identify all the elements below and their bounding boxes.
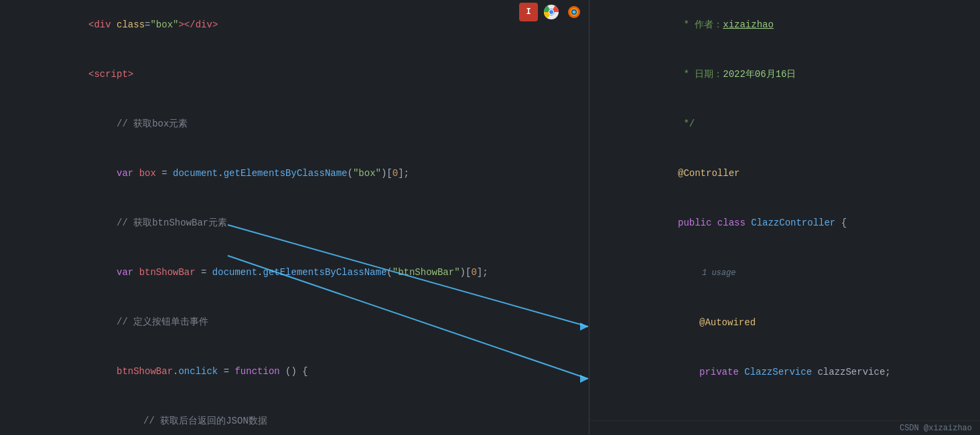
- intellij-icon: I: [519, 3, 538, 21]
- code-line: <div class="box"></div>: [0, 0, 589, 50]
- line-number: [589, 199, 616, 200]
- code-line: <script>: [0, 50, 589, 99]
- line-number: [0, 347, 27, 349]
- line-number: [589, 348, 616, 349]
- code-line: btnShowBar.onclick = function () {: [0, 347, 589, 396]
- left-code-area: <div class="box"></div> <script> // 获取bo…: [0, 0, 589, 435]
- line-content: <script>: [27, 50, 589, 98]
- code-line: [589, 397, 980, 414]
- line-number: [589, 298, 616, 300]
- line-number: [589, 149, 616, 151]
- line-number: [589, 415, 616, 416]
- toolbar-icons: I: [519, 3, 583, 21]
- line-content: */: [616, 100, 980, 148]
- line-number: [589, 50, 616, 52]
- code-line: @Autowired: [589, 298, 980, 347]
- line-content: var box = document.getElementsByClassNam…: [27, 149, 589, 197]
- svg-point-7: [573, 11, 576, 14]
- right-code-area: * 作者：xizaizhao * 日期：2022年06月16日 */: [589, 0, 980, 435]
- line-number: [0, 1, 27, 2]
- code-line: // 获取btnShowBar元素: [0, 198, 589, 248]
- line-number: [0, 100, 27, 101]
- line-content: public class ClazzController {: [616, 199, 980, 247]
- line-content: // 定义按钮单击事件: [27, 298, 589, 346]
- code-line: // 定义按钮单击事件: [0, 297, 589, 347]
- line-number: [0, 248, 27, 250]
- line-content: 1 usage: [616, 248, 980, 297]
- line-content: <div class="box"></div>: [27, 1, 589, 49]
- svg-point-3: [549, 10, 553, 14]
- code-line: var btnShowBar = document.getElementsByC…: [0, 248, 589, 297]
- line-number: [589, 398, 616, 399]
- line-number: [589, 100, 616, 101]
- code-line: * 日期：2022年06月16日: [589, 50, 980, 99]
- code-line: */: [589, 99, 980, 149]
- bottom-bar: CSDN @xizaizhao: [589, 420, 980, 435]
- right-code-panel: * 作者：xizaizhao * 日期：2022年06月16日 */: [589, 0, 980, 435]
- code-line: private ClazzService clazzService;: [589, 347, 980, 397]
- code-line: 1 usage: [589, 248, 980, 298]
- line-content: // 获取后台返回的JSON数据: [27, 397, 589, 435]
- line-number: [0, 199, 27, 200]
- line-content: btnShowBar.onclick = function () {: [27, 347, 589, 396]
- line-content: * 作者：xizaizhao: [616, 1, 980, 49]
- code-line: public class ClazzController {: [589, 198, 980, 248]
- line-number: [0, 149, 27, 151]
- line-number: [0, 397, 27, 398]
- line-content: var btnShowBar = document.getElementsByC…: [27, 248, 589, 296]
- line-content: private ClazzService clazzService;: [616, 348, 980, 396]
- code-line: var box = document.getElementsByClassNam…: [0, 149, 589, 198]
- line-number: [589, 1, 616, 2]
- bottom-label: CSDN @xizaizhao: [900, 424, 972, 433]
- line-content: @Controller: [616, 149, 980, 197]
- line-content: // 获取btnShowBar元素: [27, 199, 589, 247]
- line-number: [0, 298, 27, 299]
- line-number: [589, 248, 616, 250]
- line-content: @Autowired: [616, 298, 980, 347]
- code-line: // 获取box元素: [0, 99, 589, 149]
- chrome-icon: [542, 3, 561, 21]
- left-code-panel: I: [0, 0, 589, 435]
- firefox-icon: [565, 3, 583, 21]
- code-line: * 作者：xizaizhao: [589, 0, 980, 50]
- line-number: [0, 50, 27, 52]
- line-content: * 日期：2022年06月16日: [616, 50, 980, 98]
- code-line: // 获取后台返回的JSON数据: [0, 396, 589, 435]
- code-line: @Controller: [589, 149, 980, 198]
- line-content: // 获取box元素: [27, 100, 589, 148]
